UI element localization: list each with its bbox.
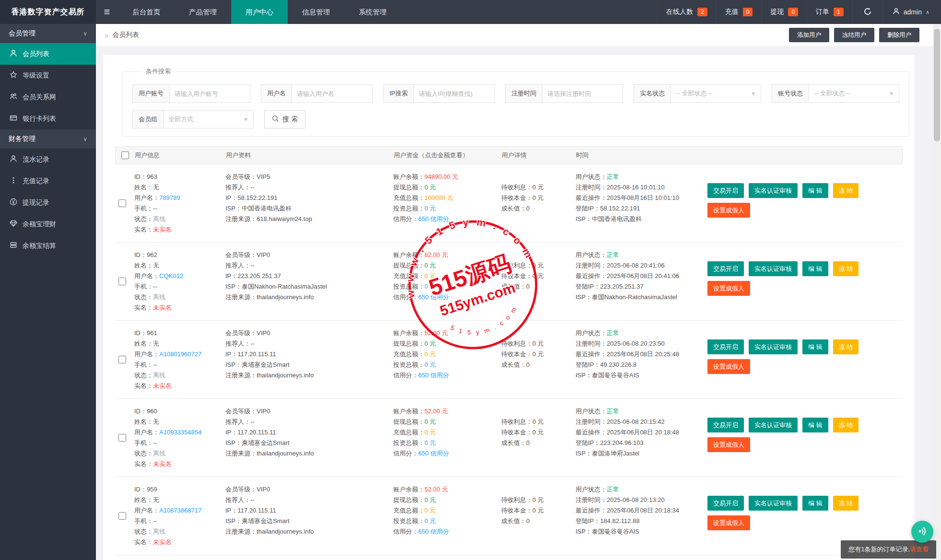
edit-button[interactable]: 编 辑 xyxy=(802,183,828,198)
register-source: thailandjourneys.info xyxy=(257,528,314,535)
invest-total[interactable]: 0 元 xyxy=(424,517,436,525)
set-fake-button[interactable]: 设置成假人 xyxy=(707,281,750,296)
withdraw-total[interactable]: 0 元 xyxy=(424,418,436,425)
kyc-review-button[interactable]: 实名认证审核 xyxy=(749,496,798,511)
search-button[interactable]: 搜 索 xyxy=(264,110,306,128)
tab-dashboard[interactable]: 后台首页 xyxy=(118,0,175,24)
user-name: 无 xyxy=(153,184,159,191)
row-checkbox[interactable] xyxy=(118,199,126,207)
invest-total[interactable]: 0 元 xyxy=(424,283,436,290)
sidebar-item-withdraw-records[interactable]: 提现记录 xyxy=(0,192,96,213)
stat-orders[interactable]: 订单 1 xyxy=(807,0,852,24)
recharge-total[interactable]: 0 元 xyxy=(424,350,436,358)
withdraw-total[interactable]: 0 元 xyxy=(424,184,436,191)
credit-score[interactable]: 650 信用分 xyxy=(418,215,449,222)
row-checkbox[interactable] xyxy=(118,356,126,363)
sidebar-item-bank-cards[interactable]: 银行卡列表 xyxy=(0,108,96,129)
admin-dropdown[interactable]: admin ∧ xyxy=(882,0,941,24)
sidebar-group-finance-mgmt[interactable]: 财务管理 ∨ xyxy=(0,129,96,149)
hamburger-icon[interactable]: ≡ xyxy=(96,0,118,24)
withdraw-total[interactable]: 0 元 xyxy=(424,496,436,503)
freeze-button[interactable]: 冻 结 xyxy=(833,261,859,276)
sidebar-item-yuebao-settle[interactable]: 余额宝结算 xyxy=(0,235,96,257)
sidebar-item-recharge-records[interactable]: 充值记录 xyxy=(0,170,96,192)
account-status-select[interactable]: -- 全部状态 -- ▼ xyxy=(809,84,899,103)
sidebar-item-yuebao-invest[interactable]: 余额宝理财 xyxy=(0,213,96,235)
account-balance[interactable]: 52.00 元 xyxy=(424,486,448,493)
account-balance[interactable]: 82.00 元 xyxy=(424,251,448,258)
reg-time-input[interactable] xyxy=(542,84,623,103)
kyc-review-button[interactable]: 实名认证审核 xyxy=(749,418,798,432)
stat-withdraw[interactable]: 提现 0 xyxy=(761,0,807,24)
credit-score[interactable]: 650 信用分 xyxy=(418,293,449,301)
tab-products[interactable]: 产品管理 xyxy=(175,0,231,24)
row-checkbox[interactable] xyxy=(118,434,126,442)
username-link[interactable]: A10801960727 xyxy=(159,350,201,358)
trade-toggle-button[interactable]: 交易开启 xyxy=(707,339,744,354)
invest-total[interactable]: 0 元 xyxy=(424,439,436,446)
credit-score[interactable]: 650 信用分 xyxy=(418,528,449,535)
edit-button[interactable]: 编 辑 xyxy=(802,496,828,511)
trade-toggle-button[interactable]: 交易开启 xyxy=(707,418,744,432)
row-checkbox[interactable] xyxy=(118,512,126,520)
sidebar-group-member-mgmt[interactable]: 会员管理 ∨ xyxy=(0,24,96,43)
username-input[interactable] xyxy=(292,84,373,103)
realname-status-select[interactable]: -- 全部状态 -- ▼ xyxy=(671,84,761,103)
row-checkbox[interactable] xyxy=(118,278,126,285)
recharge-total[interactable]: 0 元 xyxy=(424,429,436,436)
sidebar-item-flow-records[interactable]: 流水记录 xyxy=(0,149,96,170)
sidebar-item-member-network[interactable]: 会员关系网 xyxy=(0,86,96,108)
kyc-review-button[interactable]: 实名认证审核 xyxy=(749,261,798,276)
edit-button[interactable]: 编 辑 xyxy=(802,418,828,432)
credit-score[interactable]: 650 信用分 xyxy=(418,450,449,457)
edit-button[interactable]: 编 辑 xyxy=(802,261,828,276)
select-all-checkbox[interactable] xyxy=(121,152,129,159)
tab-system[interactable]: 系统管理 xyxy=(344,0,401,24)
invest-total[interactable]: 0 元 xyxy=(424,205,436,212)
freeze-button[interactable]: 冻 结 xyxy=(833,339,859,354)
account-balance[interactable]: 52.00 元 xyxy=(424,329,448,337)
add-user-button[interactable]: 添加用户 xyxy=(789,28,829,42)
freeze-user-button[interactable]: 冻结用户 xyxy=(834,28,874,42)
kyc-review-button[interactable]: 实名认证审核 xyxy=(749,339,798,354)
trade-toggle-button[interactable]: 交易开启 xyxy=(707,261,744,276)
stat-recharge[interactable]: 充值 0 xyxy=(716,0,762,24)
recharge-total[interactable]: 0 元 xyxy=(424,272,436,280)
sidebar-item-member-list[interactable]: 会员列表 xyxy=(0,43,96,65)
credit-score[interactable]: 650 信用分 xyxy=(418,372,449,379)
stat-online-users[interactable]: 在线人数 2 xyxy=(657,0,716,24)
trade-toggle-button[interactable]: 交易开启 xyxy=(707,183,744,198)
sidebar-item-level-settings[interactable]: 等级设置 xyxy=(0,65,96,86)
username-link[interactable]: CQK012 xyxy=(159,272,183,280)
tab-information[interactable]: 信息管理 xyxy=(288,0,344,24)
account-input[interactable] xyxy=(170,84,250,103)
view-order-link[interactable]: 请查看 xyxy=(910,546,929,553)
voice-broadcast-button[interactable] xyxy=(911,521,933,543)
recharge-total[interactable]: 100000 元 xyxy=(424,194,453,201)
scrollbar-thumb[interactable] xyxy=(934,29,940,141)
delete-user-button[interactable]: 删除用户 xyxy=(879,28,919,42)
recharge-total[interactable]: 0 元 xyxy=(424,507,436,514)
username-link[interactable]: A10933354854 xyxy=(159,429,201,436)
set-fake-button[interactable]: 设置成假人 xyxy=(707,515,750,530)
tab-user-center[interactable]: 用户中心 xyxy=(231,0,288,24)
set-fake-button[interactable]: 设置成假人 xyxy=(707,359,750,374)
ip-input[interactable] xyxy=(414,84,494,103)
freeze-button[interactable]: 冻 结 xyxy=(833,496,859,511)
freeze-button[interactable]: 冻 结 xyxy=(833,183,859,198)
edit-button[interactable]: 编 辑 xyxy=(802,339,828,354)
freeze-button[interactable]: 冻 结 xyxy=(833,418,859,432)
kyc-review-button[interactable]: 实名认证审核 xyxy=(749,183,798,198)
username-link[interactable]: A10873868717 xyxy=(159,507,201,514)
trade-toggle-button[interactable]: 交易开启 xyxy=(707,496,744,511)
account-balance[interactable]: 52.00 元 xyxy=(424,408,448,415)
invest-total[interactable]: 0 元 xyxy=(424,361,436,368)
set-fake-button[interactable]: 设置成假人 xyxy=(707,203,750,218)
refresh-button[interactable] xyxy=(852,0,882,24)
member-group-select[interactable]: 全部方式 ▼ xyxy=(164,110,254,128)
withdraw-total[interactable]: 0 元 xyxy=(424,262,436,269)
withdraw-total[interactable]: 0 元 xyxy=(424,340,436,347)
set-fake-button[interactable]: 设置成假人 xyxy=(707,437,750,452)
username-link[interactable]: 789789 xyxy=(159,194,180,201)
account-balance[interactable]: 94890.00 元 xyxy=(424,173,459,180)
